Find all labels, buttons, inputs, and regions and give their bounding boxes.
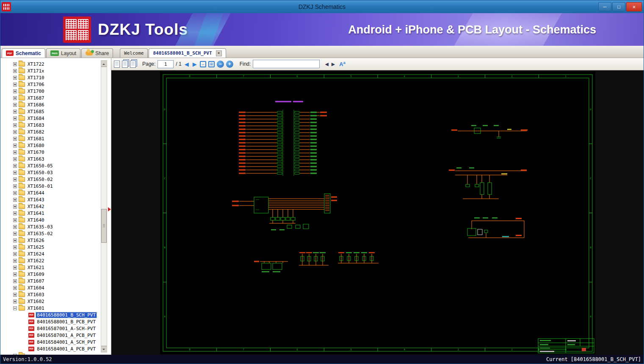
tree-file-84016584001_A_SCH_PVT[interactable]: PDF84016584001_A_SCH_PVT — [0, 339, 100, 345]
tab-schematic[interactable]: PDF Schematic — [2, 48, 45, 58]
expand-toggle-icon[interactable]: + — [13, 130, 17, 134]
tree-folder-XT1642[interactable]: +XT1642 — [0, 203, 100, 210]
scrollbar-thumb[interactable] — [101, 209, 107, 243]
fit-page-icon[interactable]: ⊞ — [208, 61, 215, 67]
expand-toggle-icon[interactable]: + — [13, 198, 17, 202]
expand-toggle-icon[interactable]: + — [13, 191, 17, 195]
tree-folder-XT1641[interactable]: +XT1641 — [0, 210, 100, 217]
tree-folder-XT1650-03[interactable]: +XT1650-03 — [0, 169, 100, 176]
tree-folder-XT1625[interactable]: +XT1625 — [0, 244, 100, 250]
tree-folder-XT1643[interactable]: +XT1643 — [0, 196, 100, 203]
previous-page-icon[interactable]: ◀ — [184, 61, 190, 67]
tree-folder-XT1681[interactable]: +XT1681 — [0, 135, 100, 142]
expand-toggle-icon[interactable]: + — [13, 232, 17, 236]
expand-toggle-icon[interactable]: + — [13, 157, 17, 161]
tree-folder-XT1682[interactable]: +XT1682 — [0, 128, 100, 135]
expand-toggle-icon[interactable]: + — [13, 62, 17, 66]
zoom-in-icon[interactable]: + — [226, 61, 233, 68]
tree-folder-XT1604[interactable]: +XT1604 — [0, 284, 100, 291]
expand-toggle-icon[interactable]: + — [13, 245, 17, 249]
expand-toggle-icon[interactable]: + — [13, 211, 17, 215]
expand-toggle-icon[interactable]: + — [13, 266, 17, 270]
tree-folder-XT1650-02[interactable]: +XT1650-02 — [0, 176, 100, 183]
tree-folder-XT1601[interactable]: −XT1601 — [0, 305, 100, 311]
zoom-out-icon[interactable]: − — [217, 61, 224, 68]
close-button[interactable]: × — [626, 2, 642, 11]
tree-folder-XT1710[interactable]: +XT1710 — [0, 74, 100, 81]
tree-folder-XT1687[interactable]: +XT1687 — [0, 94, 100, 101]
tree-file-84016588001_B_SCH_PVT[interactable]: PDF84016588001_B_SCH_PVT — [0, 311, 100, 318]
expand-toggle-icon[interactable]: + — [13, 225, 17, 229]
schematic-page[interactable]: 87654321 87654321 DCBA DCBA — [160, 72, 595, 354]
expand-toggle-icon[interactable]: + — [13, 89, 17, 93]
tree-folder-XT1622[interactable]: +XT1622 — [0, 257, 100, 264]
text-select-icon[interactable] — [114, 61, 120, 68]
expand-toggle-icon[interactable]: + — [13, 259, 17, 263]
tree-file-84016587001_A_PCB_PVT[interactable]: PDF84016587001_A_PCB_PVT — [0, 332, 100, 339]
tree-folder-XT1644[interactable]: +XT1644 — [0, 189, 100, 196]
tab-share[interactable]: Share — [81, 48, 113, 58]
expand-toggle-icon[interactable]: + — [13, 164, 17, 168]
next-page-icon[interactable]: ▶ — [192, 61, 198, 67]
expand-toggle-icon[interactable]: + — [13, 76, 17, 80]
expand-toggle-icon[interactable]: + — [13, 123, 17, 127]
sidebar-collapse-arrow[interactable] — [108, 207, 111, 211]
tree-folder-XT1683[interactable]: +XT1683 — [0, 122, 100, 128]
scroll-up-icon[interactable] — [101, 61, 107, 67]
tree-folder-XT1602[interactable]: +XT1602 — [0, 298, 100, 305]
tree-folder-partial[interactable]: + — [0, 352, 100, 355]
find-previous-icon[interactable]: ◀ — [324, 61, 329, 67]
close-tab-icon[interactable]: × — [216, 50, 222, 56]
expand-toggle-icon[interactable]: + — [13, 252, 17, 256]
tree-folder-XT1626[interactable]: +XT1626 — [0, 237, 100, 244]
tree-folder-XT1706[interactable]: +XT1706 — [0, 81, 100, 88]
tree-folder-XT1607[interactable]: +XT1607 — [0, 278, 100, 284]
expand-toggle-icon[interactable]: + — [13, 218, 17, 222]
maximize-button[interactable]: □ — [612, 2, 625, 11]
tree-folder-XT1722[interactable]: +XT1722 — [0, 61, 100, 67]
expand-toggle-icon[interactable]: + — [13, 171, 17, 175]
tree-folder-XT1680[interactable]: +XT1680 — [0, 142, 100, 149]
tree-folder-XT1685[interactable]: +XT1685 — [0, 108, 100, 115]
expand-toggle-icon[interactable]: + — [13, 110, 17, 114]
expand-toggle-icon[interactable]: + — [13, 96, 17, 100]
find-next-icon[interactable]: ▶ — [331, 61, 335, 67]
tree-file-84016587001_A-SCH-PVT[interactable]: PDF84016587001_A-SCH-PVT — [0, 325, 100, 332]
expand-toggle-icon[interactable]: + — [13, 83, 17, 86]
expand-toggle-icon[interactable]: + — [13, 137, 17, 141]
expand-toggle-icon[interactable]: + — [13, 300, 17, 303]
fit-width-icon[interactable]: ↔ — [200, 61, 206, 67]
expand-toggle-icon[interactable]: + — [13, 184, 17, 188]
tab-layout[interactable]: PADS Layout — [46, 48, 80, 58]
tree-folder-XT1670[interactable]: +XT1670 — [0, 149, 100, 156]
tree-folder-XT1686[interactable]: +XT1686 — [0, 101, 100, 108]
tree-folder-XT1663[interactable]: +XT1663 — [0, 156, 100, 162]
expand-toggle-icon[interactable]: + — [13, 272, 17, 276]
tree-folder-XT1609[interactable]: +XT1609 — [0, 271, 100, 278]
expand-toggle-icon[interactable]: + — [13, 239, 17, 242]
tree-folder-XT1700[interactable]: +XT1700 — [0, 88, 100, 94]
find-input[interactable] — [253, 60, 320, 68]
tree-folder-XT1684[interactable]: +XT1684 — [0, 115, 100, 122]
tree-folder-XT1624[interactable]: +XT1624 — [0, 250, 100, 257]
tree-folder-XT1603[interactable]: +XT1603 — [0, 291, 100, 298]
expand-toggle-icon[interactable]: − — [13, 306, 17, 310]
page-number-input[interactable] — [158, 60, 174, 68]
expand-toggle-icon[interactable]: + — [13, 150, 17, 154]
expand-toggle-icon[interactable]: + — [13, 103, 17, 107]
expand-toggle-icon[interactable]: + — [13, 279, 17, 283]
tree-folder-XT1650-05[interactable]: +XT1650-05 — [0, 162, 100, 169]
expand-toggle-icon[interactable]: + — [13, 286, 17, 290]
tree-file-84016584001_A_PCB_PVT[interactable]: PDF84016584001_A_PCB_PVT — [0, 345, 100, 352]
tree-folder-XT1635-02[interactable]: +XT1635-02 — [0, 230, 100, 237]
minimize-button[interactable]: ─ — [598, 2, 611, 11]
tab-document[interactable]: 84016588001_B_SCH_PVT × — [149, 48, 226, 58]
scroll-down-icon[interactable] — [101, 346, 107, 352]
expand-toggle-icon[interactable]: + — [13, 144, 17, 147]
tree-folder-XT171x[interactable]: +XT171x — [0, 67, 100, 74]
expand-toggle-icon[interactable]: + — [13, 178, 17, 181]
expand-toggle-icon[interactable]: + — [13, 354, 17, 355]
snapshot-icon[interactable] — [122, 61, 128, 68]
tree-file-84016588001_B_PCB_PVT[interactable]: PDF84016588001_B_PCB_PVT — [0, 318, 100, 325]
expand-toggle-icon[interactable]: + — [13, 69, 17, 73]
